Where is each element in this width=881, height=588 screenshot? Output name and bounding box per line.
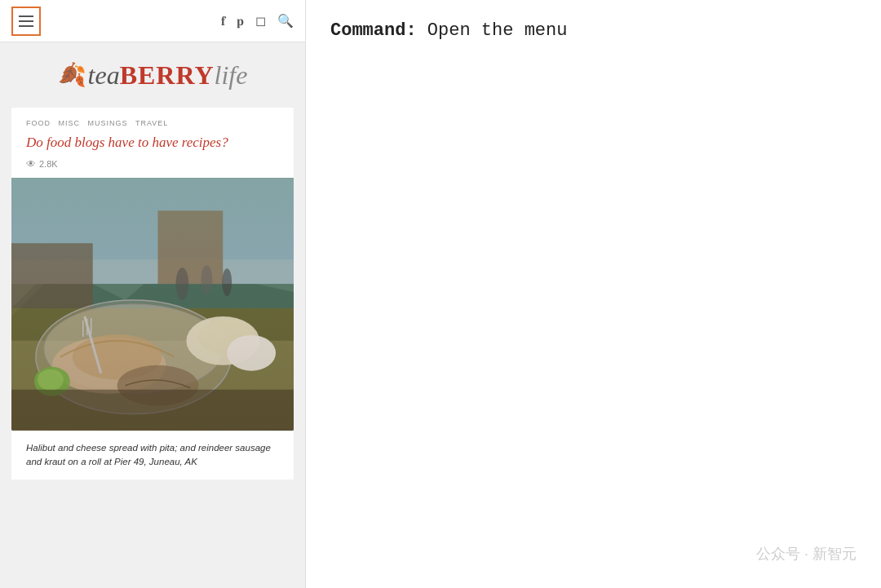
views-count: 2.8K [39,159,58,169]
command-display: Command: Open the menu [330,20,857,41]
svg-point-12 [44,304,223,394]
svg-point-13 [52,337,166,394]
card-caption: Halibut and cheese spread with pita; and… [11,431,294,480]
category-travel[interactable]: TRAVEL [135,119,168,127]
svg-point-16 [198,319,255,355]
svg-point-17 [34,367,70,396]
logo-life-text: life [215,62,248,88]
site-logo[interactable]: 🍂 tea BERRY life [58,62,248,88]
card-views: 👁 2.8K [26,158,279,170]
svg-point-14 [73,334,162,380]
svg-point-7 [175,267,188,300]
food-image-svg [11,178,294,431]
command-label: Command: [330,20,417,41]
svg-rect-3 [11,179,294,285]
views-eye-icon: 👁 [26,158,36,170]
svg-point-24 [227,335,276,371]
command-action: Open the menu [427,20,568,41]
svg-point-11 [36,300,231,414]
search-icon[interactable]: 🔍 [277,13,294,29]
top-bar: 𝐟 𝐩 ◻ 🔍 [0,0,305,42]
svg-point-9 [222,268,232,296]
svg-marker-1 [11,227,294,325]
content-area: FOOD MISC MUSINGS TRAVEL Do food blogs h… [0,108,305,588]
logo-tea-text: tea [88,62,120,88]
svg-point-23 [117,365,199,406]
hamburger-line-2 [19,20,33,22]
card-text-section: FOOD MISC MUSINGS TRAVEL Do food blogs h… [11,108,294,178]
svg-rect-4 [11,179,294,260]
hamburger-line-1 [19,15,33,17]
card-title[interactable]: Do food blogs have to have recipes? [26,134,279,152]
svg-point-15 [186,316,259,365]
svg-rect-0 [11,179,294,431]
blog-card: FOOD MISC MUSINGS TRAVEL Do food blogs h… [11,108,294,431]
right-panel: Command: Open the menu 公众号 · 新智元 [306,0,881,588]
category-misc[interactable]: MISC [59,119,81,127]
hamburger-line-3 [19,25,33,27]
category-food[interactable]: FOOD [26,119,51,127]
facebook-icon[interactable]: 𝐟 [221,14,225,29]
logo-leaf-icon: 🍂 [58,64,86,86]
social-icons: 𝐟 𝐩 ◻ 🔍 [221,13,294,29]
instagram-icon[interactable]: ◻ [255,13,266,29]
svg-point-8 [201,265,212,294]
svg-rect-5 [157,210,223,284]
svg-rect-10 [11,308,294,431]
category-musings[interactable]: MUSINGS [88,119,128,127]
svg-point-18 [38,369,64,391]
logo-area: 🍂 tea BERRY life [0,42,305,108]
svg-rect-25 [11,390,294,431]
svg-line-19 [85,316,101,374]
hamburger-menu-button[interactable] [11,7,41,36]
card-categories: FOOD MISC MUSINGS TRAVEL [26,119,279,127]
logo-berry-text: BERRY [120,62,215,88]
svg-rect-6 [11,243,93,308]
mobile-browser-panel: 𝐟 𝐩 ◻ 🔍 🍂 tea BERRY life FOOD MISC MUSIN… [0,0,306,588]
svg-marker-2 [11,243,294,341]
pinterest-icon[interactable]: 𝐩 [237,14,244,29]
watermark: 公众号 · 新智元 [756,544,857,564]
card-image [11,178,294,431]
